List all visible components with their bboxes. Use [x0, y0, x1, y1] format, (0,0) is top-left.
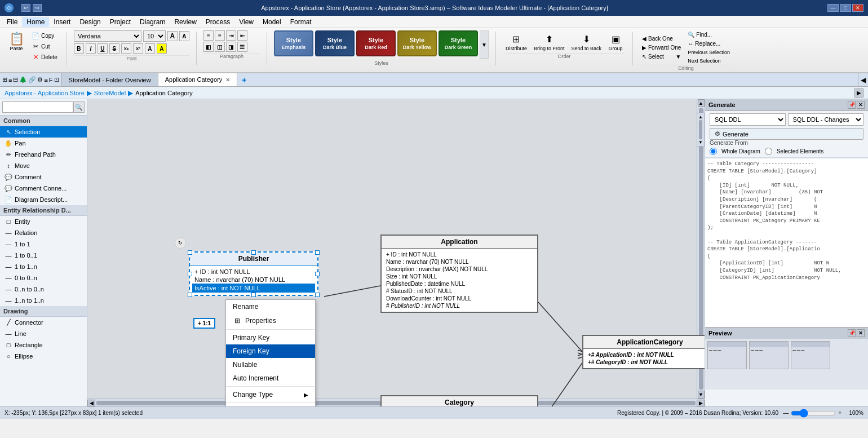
menu-format[interactable]: Format [286, 17, 316, 27]
align-justify-btn[interactable]: ☰ [237, 42, 247, 52]
style-darkblue-btn[interactable]: Style Dark Blue [315, 30, 355, 56]
copy-button[interactable]: 📄 Copy [29, 30, 60, 41]
panel-list-icon[interactable]: ≡ [8, 77, 12, 83]
breadcrumb-appstorex[interactable]: Appstorex - Application Store [5, 90, 85, 96]
find-btn[interactable]: 🔍 Find... [685, 30, 732, 39]
redo-btn[interactable]: ↪ [33, 4, 42, 12]
panel-item-1to01[interactable]: — 1 to 0..1 [0, 250, 87, 261]
bold-btn[interactable]: B [74, 43, 84, 54]
styles-more-btn[interactable]: ▼ [480, 30, 489, 59]
menu-diagram[interactable]: Diagram [135, 17, 170, 27]
resize-handle-tl[interactable] [188, 250, 192, 255]
outdent-btn[interactable]: ⇤ [237, 30, 247, 41]
style-darkred-btn[interactable]: Style Dark Red [356, 30, 396, 56]
menu-review[interactable]: Review [170, 17, 201, 27]
panel-item-comment[interactable]: 💬 Comment [0, 171, 87, 183]
breadcrumb-storemodel[interactable]: StoreModel [94, 90, 126, 96]
panel-item-1to1[interactable]: — 1 to 1 [0, 238, 87, 250]
tab-close-icon[interactable]: ✕ [225, 77, 230, 83]
scroll-down-btn[interactable]: ▼ [698, 391, 705, 399]
app-field-desc[interactable]: Description : nvarchar (MAX) NOT NULL [386, 266, 533, 273]
breadcrumb-collapse-btn[interactable]: ▶ [854, 89, 863, 98]
publisher-entity[interactable]: Publisher + ID : int NOT NULL Name : nva… [189, 251, 318, 296]
scroll-up-btn[interactable]: ▲ [698, 99, 705, 107]
radio-selected-elements[interactable] [765, 148, 772, 155]
panel-item-rectangle[interactable]: □ Rectangle [0, 339, 87, 351]
menu-file[interactable]: File [2, 17, 22, 27]
code-area[interactable]: -- Table Category ----------------- CREA… [705, 158, 868, 327]
send-to-back-btn[interactable]: ⬇ Send to Back [568, 30, 604, 53]
panel-item-1to1n[interactable]: — 1 to 1..n [0, 261, 87, 272]
generate-pin-btn[interactable]: 📌 [848, 101, 856, 109]
resize-handle-tm[interactable] [251, 250, 256, 255]
panel-item-ellipse[interactable]: ○ Ellipse [0, 351, 87, 362]
indent-btn[interactable]: ⇥ [226, 30, 236, 41]
ctx-move-up[interactable]: ▲ Move Up [226, 404, 315, 406]
zoom-in-btn[interactable]: + [838, 410, 842, 416]
paste-button[interactable]: 📋 Paste [5, 30, 28, 53]
app-field-name[interactable]: Name : nvarchar (70) NOT NULL [386, 258, 533, 266]
ctx-auto-increment[interactable]: Auto Increment [226, 371, 315, 385]
align-left-btn[interactable]: ◧ [203, 42, 214, 52]
generate-close-btn[interactable]: ✕ [857, 101, 865, 109]
undo-btn[interactable]: ↩ [21, 4, 30, 12]
panel-extra-icon[interactable]: ⊡ [54, 76, 59, 83]
panel-item-0nto0n[interactable]: — 0..n to 0..n [0, 284, 87, 295]
panel-more-icon[interactable]: ≡ [44, 77, 47, 83]
subscript-btn[interactable]: X₂ [121, 43, 131, 54]
menu-insert[interactable]: Insert [49, 17, 75, 27]
resize-handle-br[interactable] [315, 293, 320, 297]
panel-item-1nto1n[interactable]: — 1..n to 1..n [0, 295, 87, 306]
panel-toggle-icon[interactable]: ⊞ [2, 76, 7, 83]
panel-item-pan[interactable]: ✋ Pan [0, 138, 87, 149]
application-entity[interactable]: Application + ID : int NOT NULL Name : n… [380, 235, 538, 313]
right-panel-scroll-thumb[interactable] [699, 120, 702, 139]
scroll-right-btn[interactable]: ▶ [697, 400, 705, 406]
resize-handle-mr[interactable] [315, 272, 320, 276]
menu-view[interactable]: View [234, 17, 258, 27]
right-panel-vscroll[interactable]: ▲ ▼ [697, 113, 705, 147]
sql-changes-select[interactable]: SQL DDL - Changes [788, 113, 864, 126]
publisher-field-id[interactable]: + ID : int NOT NULL [194, 268, 313, 276]
superscript-btn[interactable]: X² [133, 43, 143, 54]
app-field-pubdate[interactable]: PublishedDate : datetime NULL [386, 280, 533, 287]
next-selection-btn[interactable]: Next Selection [685, 57, 732, 65]
ctx-change-type[interactable]: Change Type ▶ [226, 388, 315, 401]
tab-add-btn[interactable]: + [237, 73, 251, 86]
search-btn[interactable]: 🔍 [73, 101, 85, 113]
align-right-btn[interactable]: ◨ [226, 42, 236, 52]
back-one-btn[interactable]: ◀ Back One [640, 34, 683, 43]
underline-btn[interactable]: U [98, 43, 108, 54]
zoom-slider[interactable] [791, 410, 836, 417]
right-panel-scroll-up[interactable]: ▲ [698, 114, 703, 120]
preview-pin-btn[interactable]: 📌 [848, 329, 856, 337]
tab-appcategory[interactable]: Application Category ✕ [158, 73, 238, 86]
publisher-field-name[interactable]: Name : nvarchar (70) NOT NULL [194, 276, 313, 284]
cut-button[interactable]: ✂ Cut [29, 41, 60, 51]
select-btn[interactable]: ↖ Select ▼ [640, 52, 683, 61]
sql-type-select[interactable]: SQL DDL [710, 113, 786, 126]
menu-process[interactable]: Process [201, 17, 234, 27]
highlight-btn[interactable]: A [157, 43, 167, 54]
delete-button[interactable]: ✕ Delete [29, 52, 60, 62]
collapse-panel-btn[interactable]: ◀ [858, 73, 868, 86]
ctx-properties[interactable]: ⊞ Properties [226, 313, 315, 328]
appcategory-entity[interactable]: ApplicationCategory +# ApplicationID : i… [582, 335, 705, 369]
font-color-btn[interactable]: A [145, 43, 155, 54]
panel-item-comment-conn[interactable]: 💬 Comment Conne... [0, 183, 87, 194]
appcategory-field-appid[interactable]: +# ApplicationID : int NOT NULL [588, 351, 705, 359]
resize-handle-tr[interactable] [315, 250, 320, 255]
resize-handle-ml[interactable] [188, 272, 192, 276]
menu-project[interactable]: Project [105, 17, 135, 27]
tab-storemodel[interactable]: StoreModel - Folder Overview [62, 73, 158, 86]
resize-handle-bm[interactable] [251, 293, 256, 297]
appcategory-field-catid[interactable]: +# CategoryID : int NOT NULL [588, 359, 705, 366]
panel-item-relation[interactable]: — Relation [0, 227, 87, 238]
maximize-btn[interactable]: □ [840, 4, 851, 12]
app-field-statusid[interactable]: # StatusID : int NOT NULL [386, 287, 533, 295]
strikethrough-btn[interactable]: S [109, 43, 119, 54]
font-size-select[interactable]: 10 [143, 30, 166, 42]
right-panel-scroll-down[interactable]: ▼ [698, 140, 703, 145]
generate-button[interactable]: ⚙ Generate [710, 128, 863, 140]
close-btn[interactable]: ✕ [852, 4, 863, 12]
